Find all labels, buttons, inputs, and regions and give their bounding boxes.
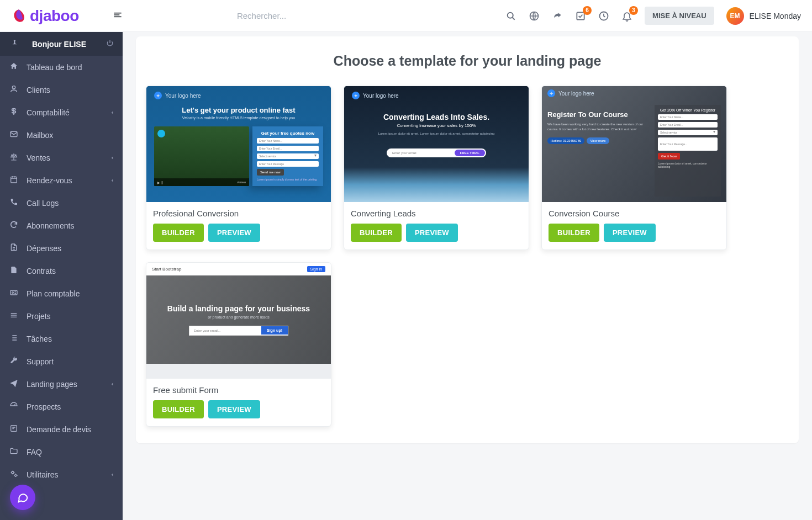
share-icon[interactable] [552, 10, 563, 22]
thumb-pills: Hotline: 0123456789 View more [547, 137, 649, 144]
sidebar-item-label: Mailbox [27, 131, 53, 140]
template-name: Conversion Course [549, 209, 720, 218]
notifications-badge: 3 [629, 6, 638, 15]
main-content: Choose a template for your landing page … [123, 0, 812, 479]
chevron-left-icon [109, 380, 115, 389]
header-actions: 6 3 MISE À NIVEAU EM ELISE Monday [505, 7, 801, 25]
search-input[interactable] [237, 11, 458, 20]
sidebar-item-label: Call Logs [27, 199, 59, 208]
user-menu[interactable]: EM ELISE Monday [726, 7, 801, 25]
upgrade-button[interactable]: MISE À NIVEAU [645, 7, 714, 25]
svg-rect-0 [114, 13, 121, 14]
chevron-left-icon [109, 176, 115, 185]
template-professional-conversion: ✦Your logo here Let's get your product o… [146, 86, 331, 250]
thumb-headline: Let's get your product online fast [154, 106, 323, 114]
sidebar-item-label: Dépenses [27, 244, 61, 253]
sidebar-item-landing-pages[interactable]: Landing pages [0, 373, 123, 395]
template-name: Profesional Conversion [153, 209, 324, 218]
sidebar-item-clients[interactable]: Clients [0, 78, 123, 101]
svg-point-3 [508, 12, 513, 18]
greeting-text: Bonjour ELISE [32, 40, 86, 49]
clock-icon[interactable] [598, 10, 609, 22]
svg-rect-15 [11, 317, 17, 317]
preview-button[interactable]: PREVIEW [208, 400, 260, 418]
sidebar-item-contrats[interactable]: Contrats [0, 259, 123, 282]
sidebar-item-label: Projets [27, 312, 51, 321]
search-container [189, 11, 505, 20]
calendar-icon [9, 175, 19, 185]
sidebar-greeting: Bonjour ELISE [0, 32, 123, 56]
preview-button[interactable]: PREVIEW [406, 224, 458, 242]
brand-text: djaboo [30, 7, 79, 25]
thumb-logo: ✦Your logo here [154, 92, 323, 99]
thumb-logo: ✦Your logo here [352, 92, 521, 99]
sidebar-item-plan-comptable[interactable]: Plan comptable [0, 282, 123, 305]
file-lines-icon [9, 243, 19, 253]
template-converting-leads: ✦Your logo here Converting Leads Into Sa… [344, 86, 529, 250]
svg-rect-14 [11, 315, 17, 315]
bell-icon[interactable]: 3 [621, 10, 632, 22]
builder-button[interactable]: BUILDER [351, 224, 402, 242]
thumb-nav: Start Bootstrap Sign in [146, 263, 331, 275]
sidebar-item-label: Tâches [27, 335, 52, 343]
sidebar-item-d-penses[interactable]: Dépenses [0, 237, 123, 259]
sidebar-item-mailbox[interactable]: Mailbox [0, 124, 123, 146]
template-conversion-course: ✦Your logo here Register To Our Course W… [541, 86, 727, 250]
sidebar-item-faq[interactable]: FAQ [0, 441, 123, 463]
sidebar-item-rendez-vous[interactable]: Rendez-vous [0, 169, 123, 192]
sidebar-item-projets[interactable]: Projets [0, 305, 123, 327]
wrench-icon [9, 356, 19, 367]
dashboard-icon [9, 401, 19, 412]
sidebar-item-tableau-de-bord[interactable]: Tableau de bord [0, 56, 123, 78]
svg-rect-2 [114, 17, 121, 18]
sidebar-item-label: Tableau de bord [27, 63, 82, 72]
template-name: Converting Leads [351, 209, 522, 218]
thumb-logo: ✦Your logo here [547, 89, 594, 97]
preview-button[interactable]: PREVIEW [208, 224, 260, 242]
sidebar-item-label: Contrats [27, 267, 56, 275]
id-card-icon [9, 288, 19, 299]
file-icon [9, 266, 19, 276]
app-header: djaboo 6 3 MISE À NIVEAU EM ELISE Monday [0, 0, 812, 32]
sidebar-item-support[interactable]: Support [0, 350, 123, 373]
mail-icon [9, 130, 19, 140]
logo-icon [11, 8, 27, 24]
thumb-email-pill: Enter your email FREE TRIAL [387, 148, 486, 157]
sidebar-item-demande-de-devis[interactable]: Demande de devis [0, 418, 123, 441]
svg-rect-10 [11, 177, 17, 183]
sidebar-item-ventes[interactable]: Ventes [0, 146, 123, 169]
template-thumbnail: ✦Your logo here Register To Our Course W… [542, 86, 726, 202]
svg-point-8 [12, 86, 15, 89]
sidebar-item-label: Comptabilité [27, 108, 70, 117]
thumb-subline: Converting increase your sales by 150% [352, 123, 521, 128]
thumb-form: Get 20% Off When You Register Enter Your… [655, 105, 721, 197]
sidebar-item-call-logs[interactable]: Call Logs [0, 192, 123, 214]
search-icon[interactable] [505, 10, 516, 22]
menu-toggle-icon[interactable] [112, 9, 123, 22]
sidebar-item-t-ches[interactable]: Tâches [0, 327, 123, 350]
svg-rect-1 [114, 14, 119, 15]
sidebar-item-utilitaires[interactable]: Utilitaires [0, 463, 123, 479]
builder-button[interactable]: BUILDER [153, 400, 204, 418]
scales-icon [9, 152, 19, 163]
thumb-headline: Converting Leads Into Sales. [352, 113, 521, 121]
sidebar-item-abonnements[interactable]: Abonnements [0, 214, 123, 237]
preview-button[interactable]: PREVIEW [604, 224, 656, 242]
power-icon[interactable] [106, 39, 114, 49]
brand-logo[interactable]: djaboo [11, 7, 79, 25]
sidebar: Bonjour ELISE Tableau de bordClientsComp… [0, 32, 123, 479]
template-card: Choose a template for your landing page … [136, 36, 799, 443]
thumb-video: ▶ ‖vimeo [154, 126, 249, 186]
sidebar-item-prospects[interactable]: Prospects [0, 395, 123, 418]
sidebar-item-label: Demande de devis [27, 425, 91, 434]
builder-button[interactable]: BUILDER [549, 224, 599, 242]
globe-icon[interactable] [529, 10, 540, 22]
sidebar-item-comptabilit-[interactable]: Comptabilité [0, 101, 123, 124]
template-grid: ✦Your logo here Let's get your product o… [146, 86, 789, 427]
thumb-headline: Register To Our Course [547, 110, 649, 119]
builder-button[interactable]: BUILDER [153, 224, 204, 242]
template-thumbnail: ✦Your logo here Converting Leads Into Sa… [344, 86, 529, 202]
sidebar-item-label: Utilitaires [27, 470, 59, 479]
tasks-icon[interactable]: 6 [575, 10, 586, 22]
send-icon [9, 379, 19, 389]
